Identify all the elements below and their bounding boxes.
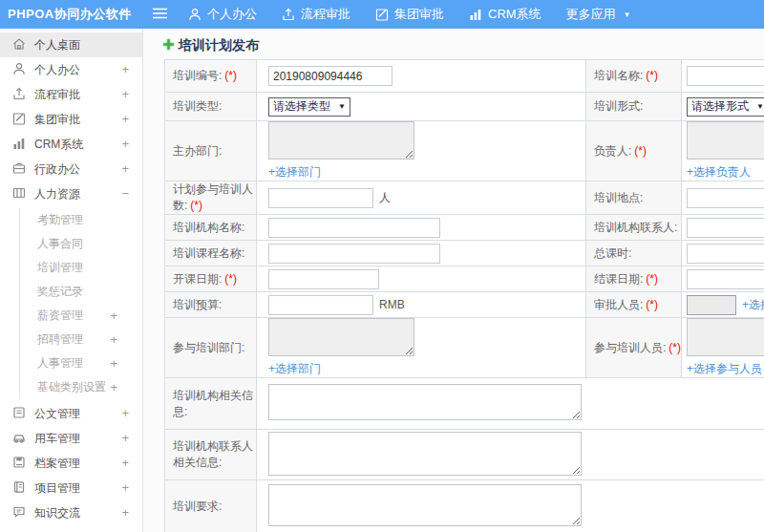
org-contact-input[interactable]: [687, 218, 764, 238]
sidebar-item-label: 集团审批: [34, 112, 80, 128]
row-org-contact-info: 培训机构联系人相关信息:: [165, 430, 764, 480]
training-number-input[interactable]: [268, 66, 393, 86]
sidebar-item-label: 奖惩记录: [37, 285, 83, 298]
sidebar-subitem-recruit[interactable]: 招聘管理+: [20, 328, 142, 351]
sidebar-subitem-salary[interactable]: 薪资管理+: [20, 304, 142, 328]
row-requirement: 培训要求:: [165, 480, 764, 532]
sidebar-item-hr[interactable]: 人力资源 −: [0, 181, 142, 206]
join-people-textarea[interactable]: [687, 318, 764, 356]
org-info-textarea[interactable]: [268, 384, 582, 420]
field-label: 培训类型:: [173, 99, 222, 113]
total-hours-input[interactable]: [687, 244, 764, 264]
end-date-input[interactable]: [687, 269, 764, 289]
select-approver-link[interactable]: +选择审批人员: [742, 298, 764, 311]
expand-toggle[interactable]: +: [121, 107, 129, 132]
sidebar-subitem-personnel[interactable]: 人事管理+: [20, 351, 142, 375]
expand-toggle[interactable]: +: [121, 401, 129, 426]
sidebar-item-label: CRM系统: [34, 137, 83, 153]
requirement-textarea[interactable]: [268, 484, 582, 526]
expand-toggle[interactable]: +: [110, 304, 117, 328]
field-label: 培训机构名称:: [173, 221, 244, 234]
briefcase-icon: [12, 161, 26, 178]
sidebar-item-admin-office[interactable]: 行政办公 +: [0, 157, 142, 181]
expand-toggle[interactable]: +: [121, 157, 129, 181]
upload-icon: [12, 87, 26, 103]
training-type-select[interactable]: 请选择类型▼: [268, 97, 350, 117]
select-join-department-link[interactable]: +选择部门: [268, 361, 585, 377]
planned-count-input[interactable]: [268, 188, 373, 208]
sidebar-item-personal-desktop[interactable]: 个人桌面: [0, 32, 142, 57]
app-logo: PHPOA协同办公软件: [0, 6, 143, 23]
sidebar-item-group-approval[interactable]: 集团审批 +: [0, 107, 142, 132]
org-contact-info-textarea[interactable]: [268, 432, 582, 476]
row-org-info: 培训机构相关信息:: [165, 378, 764, 430]
menu-toggle-button[interactable]: [143, 8, 176, 22]
nav-crm-system[interactable]: CRM系统: [456, 0, 554, 29]
approver-input[interactable]: [687, 295, 736, 315]
expand-toggle[interactable]: +: [121, 82, 129, 107]
sidebar-item-knowledge[interactable]: 知识交流 +: [0, 500, 142, 525]
expand-toggle[interactable]: +: [110, 375, 117, 399]
row-count-location: 计划参与培训人数:(*) 人 培训地点:: [165, 181, 764, 215]
field-label: 总课时:: [594, 246, 631, 260]
training-name-input[interactable]: [687, 66, 764, 86]
sidebar-item-flow-approval[interactable]: 流程审批 +: [0, 82, 142, 107]
sidebar-item-personal-office[interactable]: 个人办公 +: [0, 57, 142, 82]
bar-chart-icon: [469, 8, 482, 21]
nav-label: 集团审批: [394, 6, 444, 23]
nav-flow-approval[interactable]: 流程审批: [269, 0, 363, 29]
expand-toggle[interactable]: +: [110, 351, 117, 375]
host-department-textarea[interactable]: [268, 121, 414, 160]
join-department-textarea[interactable]: [268, 318, 414, 356]
org-name-input[interactable]: [268, 218, 440, 238]
training-mode-select[interactable]: 请选择形式▼: [687, 97, 764, 117]
top-nav: 个人办公 流程审批 集团审批 CRM系统 更多应用 ▼: [176, 0, 644, 29]
select-join-people-link[interactable]: +选择参与人员: [687, 361, 764, 377]
sidebar-item-label: 薪资管理: [37, 309, 83, 322]
select-value: 请选择类型: [273, 98, 330, 115]
expand-toggle[interactable]: +: [121, 57, 129, 82]
sidebar-item-documents[interactable]: 公文管理 +: [0, 401, 142, 426]
caret-down-icon: ▼: [624, 11, 631, 19]
expand-toggle[interactable]: −: [121, 181, 129, 206]
sidebar-item-crm[interactable]: CRM系统 +: [0, 132, 142, 157]
sidebar-item-archives[interactable]: 档案管理 +: [0, 451, 142, 476]
expand-toggle[interactable]: +: [121, 132, 129, 157]
sidebar-subitem-base-category[interactable]: 基础类别设置+: [20, 375, 142, 399]
row-type-mode: 培训类型: 请选择类型▼ 培训形式: 请选择形式▼: [165, 93, 764, 121]
sidebar-item-label: 个人桌面: [34, 37, 80, 53]
nav-personal-office[interactable]: 个人办公: [176, 0, 269, 29]
nav-group-approval[interactable]: 集团审批: [363, 0, 456, 29]
start-date-input[interactable]: [268, 269, 379, 289]
top-bar: PHPOA协同办公软件 个人办公 流程审批 集团审批 CRM系统 更多应用 ▼: [0, 0, 764, 29]
sidebar-item-label: 人事管理: [37, 356, 83, 370]
field-label: 培训要求:: [173, 500, 222, 513]
course-name-input[interactable]: [268, 244, 440, 264]
expand-toggle[interactable]: +: [110, 328, 117, 351]
select-leader-link[interactable]: +选择负责人: [687, 164, 764, 181]
sidebar-item-label: 知识交流: [34, 505, 80, 521]
nav-more-apps[interactable]: 更多应用 ▼: [554, 0, 644, 29]
location-input[interactable]: [687, 188, 764, 208]
select-arrow-icon: ▼: [338, 102, 346, 111]
budget-input[interactable]: [268, 295, 373, 315]
expand-toggle[interactable]: +: [121, 426, 129, 451]
select-department-link[interactable]: +选择部门: [268, 164, 585, 181]
nav-label: CRM系统: [488, 6, 541, 23]
field-label: 参与培训人员:: [594, 341, 666, 354]
field-label: 计划参与培训人数:: [173, 182, 253, 212]
sidebar-subitem-training[interactable]: 培训管理: [20, 256, 142, 280]
sidebar-subitem-attendance[interactable]: 考勤管理: [20, 208, 142, 232]
row-hostdept-leader: 主办部门: +选择部门 负责人:(*) +选择负责人: [165, 121, 764, 181]
leader-textarea[interactable]: [687, 121, 764, 160]
expand-toggle[interactable]: +: [121, 476, 129, 500]
archive-icon: [12, 456, 26, 472]
sidebar-item-projects[interactable]: 项目管理 +: [0, 476, 142, 500]
expand-toggle[interactable]: +: [121, 451, 129, 476]
sidebar-subitem-hr-contract[interactable]: 人事合同: [20, 232, 142, 256]
sidebar-subitem-rewards[interactable]: 奖惩记录: [20, 280, 142, 304]
expand-toggle[interactable]: +: [121, 500, 129, 525]
required-mark: (*): [634, 144, 647, 158]
nav-label: 更多应用: [566, 6, 616, 23]
sidebar-item-vehicle[interactable]: 用车管理 +: [0, 426, 142, 451]
